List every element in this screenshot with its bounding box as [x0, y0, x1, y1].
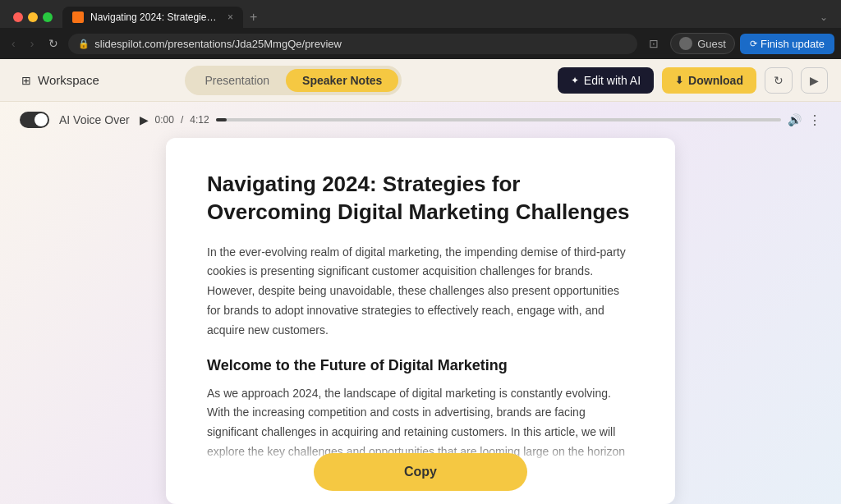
maximize-window-button[interactable]	[43, 12, 53, 22]
refresh-button[interactable]: ↻	[765, 67, 793, 94]
ai-star-icon: ✦	[571, 75, 579, 86]
app-actions: ✦ Edit with AI ⬇ Download ↻ ▶	[558, 67, 828, 94]
document-title: Navigating 2024: Strategies for Overcomi…	[207, 171, 634, 227]
active-tab[interactable]: Navigating 2024: Strategies f... ×	[62, 7, 243, 28]
workspace-icon: ⊞	[21, 74, 31, 87]
tab-switcher: Presentation Speaker Notes	[185, 66, 402, 95]
nav-bar: ‹ › ↻ 🔒 slidespilot.com/presentations/Jd…	[0, 28, 841, 59]
audio-progress-bar[interactable]	[216, 118, 781, 121]
audio-progress-fill	[216, 118, 227, 121]
finish-update-button[interactable]: ⟳ Finish update	[740, 34, 834, 54]
ai-voice-toggle[interactable]	[20, 112, 49, 128]
new-tab-button[interactable]: +	[246, 7, 260, 28]
collapse-tabs-button[interactable]: ⌄	[813, 8, 834, 26]
play-button[interactable]: ▶	[801, 67, 828, 94]
speaker-notes-tab[interactable]: Speaker Notes	[286, 69, 398, 92]
tab-favicon-icon	[72, 11, 84, 23]
audio-volume-button[interactable]: 🔊	[788, 113, 802, 126]
presentation-tab[interactable]: Presentation	[188, 69, 286, 92]
forward-button[interactable]: ›	[25, 34, 39, 53]
voice-over-label: AI Voice Over	[59, 113, 130, 126]
document-card: Navigating 2024: Strategies for Overcomi…	[166, 138, 675, 504]
document-intro-paragraph: In the ever-evolving realm of digital ma…	[207, 243, 634, 341]
download-arrow-icon: ⬇	[675, 75, 683, 86]
url-text: slidespilot.com/presentations/Jda25MmgQe…	[94, 38, 342, 50]
minimize-window-button[interactable]	[28, 12, 38, 22]
address-bar[interactable]: 🔒 slidespilot.com/presentations/Jda25Mmg…	[68, 34, 637, 54]
copy-button[interactable]: Copy	[314, 453, 527, 491]
audio-time-current: 0:00	[155, 114, 174, 126]
lock-icon: 🔒	[78, 39, 90, 49]
audio-player: ▶ 0:00 / 4:12 🔊 ⋮	[140, 112, 821, 128]
download-label: Download	[688, 74, 743, 87]
workspace-label: Workspace	[38, 73, 99, 87]
traffic-lights	[7, 12, 59, 22]
edit-with-ai-button[interactable]: ✦ Edit with AI	[558, 67, 654, 94]
copy-button-container: Copy	[166, 440, 675, 504]
profile-label: Guest	[697, 38, 726, 50]
profile-button[interactable]: Guest	[670, 33, 735, 54]
main-content: AI Voice Over ▶ 0:00 / 4:12 🔊 ⋮ Navigati…	[0, 102, 841, 504]
workspace-button[interactable]: ⊞ Workspace	[13, 68, 108, 92]
tab-close-icon[interactable]: ×	[227, 11, 233, 23]
audio-more-button[interactable]: ⋮	[808, 112, 821, 128]
app-bar: ⊞ Workspace Presentation Speaker Notes ✦…	[0, 59, 841, 102]
tab-title: Navigating 2024: Strategies f...	[90, 11, 221, 23]
section1-title: Welcome to the Future of Digital Marketi…	[207, 357, 634, 374]
tab-bar: Navigating 2024: Strategies f... × + ⌄	[0, 0, 841, 28]
reader-mode-button[interactable]: ⊡	[642, 34, 665, 53]
voice-over-bar: AI Voice Over ▶ 0:00 / 4:12 🔊 ⋮	[0, 102, 841, 138]
browser-chrome: Navigating 2024: Strategies f... × + ⌄ ‹…	[0, 0, 841, 59]
audio-time-total: 4:12	[190, 114, 209, 126]
update-icon: ⟳	[750, 39, 757, 49]
back-button[interactable]: ‹	[7, 34, 21, 53]
profile-avatar-icon	[679, 37, 692, 50]
download-button[interactable]: ⬇ Download	[662, 67, 756, 94]
audio-play-pause-button[interactable]: ▶	[140, 113, 149, 126]
reload-button[interactable]: ↻	[44, 34, 63, 53]
audio-time-separator: /	[181, 114, 183, 126]
close-window-button[interactable]	[13, 12, 23, 22]
toggle-track	[20, 112, 49, 128]
edit-ai-label: Edit with AI	[584, 74, 641, 87]
finish-update-label: Finish update	[761, 38, 825, 50]
toggle-knob	[34, 113, 48, 126]
